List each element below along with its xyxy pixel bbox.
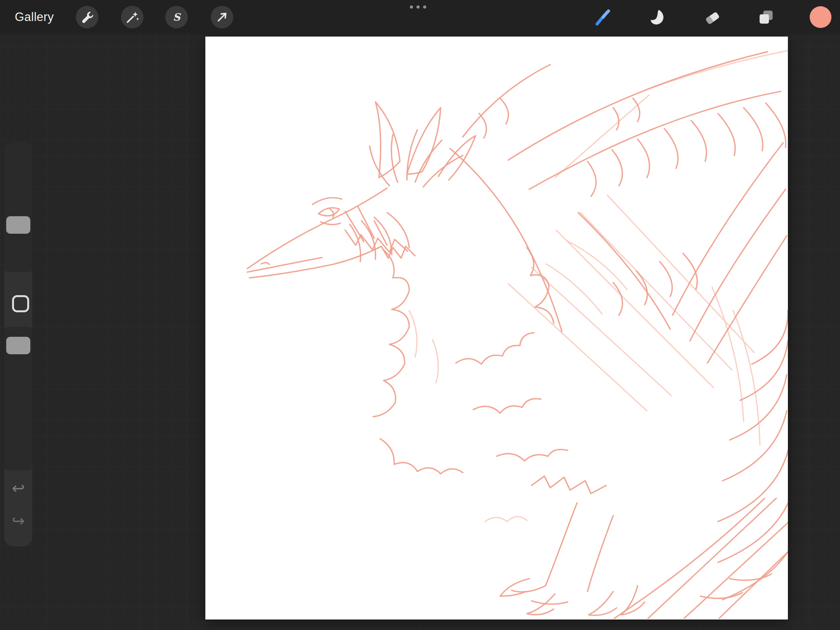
brush-size-slider[interactable]	[4, 142, 32, 272]
redo-icon: ↪	[12, 512, 25, 529]
ellipsis-icon[interactable]	[410, 5, 426, 9]
adjustments-button[interactable]	[121, 6, 144, 28]
eraser-icon	[704, 8, 721, 26]
selection-s-icon: S	[169, 10, 184, 24]
magic-wand-icon	[125, 10, 140, 24]
color-swatch-button[interactable]	[809, 6, 832, 28]
canvas-sketch	[205, 37, 788, 620]
svg-text:S: S	[173, 11, 181, 23]
actions-button[interactable]	[76, 6, 98, 28]
sidebar-controls: ↩ ↪	[4, 142, 32, 546]
transform-button[interactable]	[211, 6, 233, 28]
procreate-workspace: Gallery S	[0, 0, 840, 630]
smudge-tool-button[interactable]	[646, 6, 669, 28]
eraser-tool-button[interactable]	[701, 6, 724, 28]
layers-button[interactable]	[755, 6, 777, 28]
brush-icon	[593, 8, 611, 26]
undo-button[interactable]: ↩	[4, 477, 32, 500]
redo-button[interactable]: ↪	[4, 510, 32, 533]
drawing-canvas[interactable]	[205, 37, 788, 620]
wrench-icon	[80, 10, 94, 24]
paint-tool-button[interactable]	[591, 6, 614, 28]
color-swatch	[809, 6, 832, 28]
opacity-handle[interactable]	[6, 337, 30, 354]
transform-arrow-icon	[215, 10, 229, 24]
smudge-icon	[649, 8, 667, 26]
brush-size-handle[interactable]	[6, 216, 30, 234]
top-toolbar: Gallery S	[0, 0, 840, 34]
selection-button[interactable]: S	[165, 6, 188, 28]
layers-icon	[757, 8, 775, 26]
modify-button[interactable]	[12, 295, 29, 312]
undo-icon: ↩	[12, 480, 25, 497]
gallery-button[interactable]: Gallery	[15, 0, 54, 34]
